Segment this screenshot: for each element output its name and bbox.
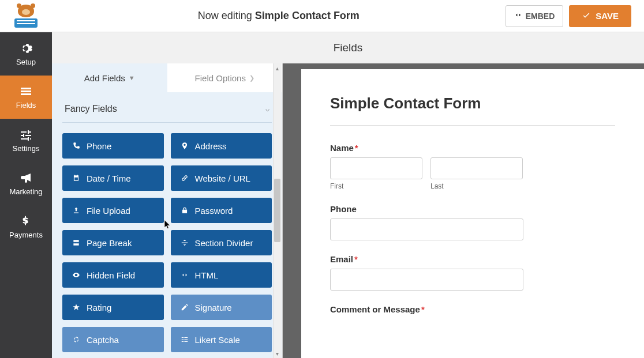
code-icon: [180, 270, 189, 280]
input-email[interactable]: [330, 269, 523, 291]
label-email-text: Email: [330, 254, 353, 264]
panel-tabs: Add Fields ▼ Field Options ❯: [52, 63, 282, 92]
field-signature[interactable]: Signature: [171, 295, 272, 320]
field-label: Rating: [87, 303, 111, 312]
field-label: Password: [195, 206, 233, 216]
sublabel-last: Last: [430, 182, 523, 190]
nav-fields[interactable]: Fields: [0, 76, 52, 119]
gear-icon: [18, 42, 33, 55]
field-group: Fancy Fields ⌵ Phone Address Date / Time…: [52, 92, 282, 352]
nav-settings[interactable]: Settings: [0, 119, 52, 162]
field-address[interactable]: Address: [171, 133, 272, 159]
tab-add-label: Add Fields: [84, 73, 125, 83]
sublabel-first: First: [330, 182, 422, 190]
field-label: File Upload: [87, 206, 130, 216]
field-label: Website / URL: [195, 174, 250, 183]
field-phone[interactable]: Phone: [62, 133, 164, 159]
field-grid: Phone Address Date / Time Website / URL …: [62, 123, 272, 352]
preview-wrap: Simple Contact Form Name* First Last: [295, 63, 644, 358]
nav-settings-label: Settings: [13, 144, 40, 153]
row-email: Email*: [330, 254, 615, 291]
sliders-icon: [18, 128, 33, 142]
field-upload[interactable]: File Upload: [62, 198, 164, 223]
row-name: Name* First Last: [330, 143, 615, 190]
pagebreak-icon: [72, 238, 81, 247]
scroll-down-icon[interactable]: ▾: [273, 349, 282, 358]
field-label: Signature: [195, 303, 232, 312]
label-phone: Phone: [330, 204, 615, 214]
field-label: Hidden Field: [87, 270, 135, 280]
field-label: Phone: [87, 141, 111, 151]
nav-setup[interactable]: Setup: [0, 32, 52, 76]
check-icon: [582, 10, 591, 21]
editing-title: Now editing Simple Contact Form: [52, 10, 506, 22]
row-phone: Phone: [330, 204, 615, 240]
field-datetime[interactable]: Date / Time: [62, 165, 164, 191]
group-title: Fancy Fields: [65, 104, 117, 114]
nav-payments[interactable]: Payments: [0, 205, 52, 248]
left-nav: Setup Fields Settings Marketing Payments: [0, 32, 52, 358]
label-email: Email*: [330, 254, 615, 264]
field-label: Page Break: [87, 238, 132, 248]
editing-form-name: Simple Contact Form: [255, 10, 360, 21]
pin-icon: [180, 141, 189, 150]
field-section[interactable]: Section Divider: [171, 230, 272, 255]
row-comment: Comment or Message*: [330, 304, 615, 314]
field-rating[interactable]: Rating: [62, 295, 164, 320]
required-icon: *: [354, 254, 358, 264]
field-password[interactable]: Password: [171, 198, 272, 223]
embed-label: EMBED: [526, 12, 555, 21]
chevron-down-icon: ▼: [129, 74, 135, 81]
field-pagebreak[interactable]: Page Break: [62, 230, 164, 255]
nav-marketing[interactable]: Marketing: [0, 162, 52, 205]
scroll-thumb[interactable]: [274, 179, 280, 242]
tab-add-fields[interactable]: Add Fields ▼: [52, 63, 167, 92]
bullhorn-icon: [18, 171, 33, 185]
scroll-up-icon[interactable]: ▴: [273, 63, 282, 73]
topbar-actions: EMBED SAVE: [506, 5, 644, 27]
group-header[interactable]: Fancy Fields ⌵: [62, 92, 272, 123]
top-bar: Now editing Simple Contact Form EMBED SA…: [0, 0, 644, 32]
input-phone[interactable]: [330, 218, 523, 240]
field-website[interactable]: Website / URL: [171, 165, 272, 191]
required-icon: *: [355, 143, 358, 153]
field-html[interactable]: HTML: [171, 262, 272, 288]
content-row: Add Fields ▼ Field Options ❯ Fancy Field…: [52, 63, 644, 358]
nav-fields-label: Fields: [16, 101, 36, 110]
field-label: Date / Time: [87, 174, 131, 183]
logo: [0, 0, 52, 32]
tab-field-options[interactable]: Field Options ❯: [167, 63, 283, 92]
main-area: Fields Add Fields ▼ Field Options ❯ Fanc…: [52, 32, 644, 358]
star-icon: [72, 303, 81, 312]
label-comment-text: Comment or Message: [330, 304, 420, 314]
field-label: HTML: [195, 270, 219, 280]
field-hidden[interactable]: Hidden Field: [62, 262, 164, 288]
embed-button[interactable]: EMBED: [506, 5, 564, 27]
field-label: Section Divider: [195, 238, 253, 248]
chevron-right-icon: ❯: [249, 74, 254, 82]
calendar-icon: [72, 174, 81, 183]
field-label: Likert Scale: [195, 335, 240, 345]
label-comment: Comment or Message*: [330, 304, 615, 314]
field-label: Address: [195, 141, 227, 151]
form-preview: Simple Contact Form Name* First Last: [301, 69, 644, 358]
dollar-icon: [18, 214, 33, 228]
nav-payments-label: Payments: [9, 231, 43, 239]
upload-icon: [72, 206, 81, 215]
input-last-name[interactable]: [430, 157, 523, 179]
input-first-name[interactable]: [330, 157, 422, 179]
form-title: Simple Contact Form: [330, 95, 615, 126]
link-icon: [180, 174, 189, 183]
editing-prefix: Now editing: [198, 10, 255, 21]
section-title: Fields: [52, 32, 644, 63]
code-icon: [514, 11, 522, 21]
panel-divider: [283, 63, 295, 358]
save-button[interactable]: SAVE: [569, 5, 631, 27]
tab-options-label: Field Options: [195, 73, 246, 83]
fields-panel: Add Fields ▼ Field Options ❯ Fancy Field…: [52, 63, 283, 358]
panel-scrollbar[interactable]: ▴ ▾: [273, 63, 282, 358]
recycle-icon: [72, 335, 81, 344]
pencil-icon: [180, 303, 189, 312]
field-likert[interactable]: Likert Scale: [171, 327, 272, 352]
field-captcha[interactable]: Captcha: [62, 327, 164, 352]
